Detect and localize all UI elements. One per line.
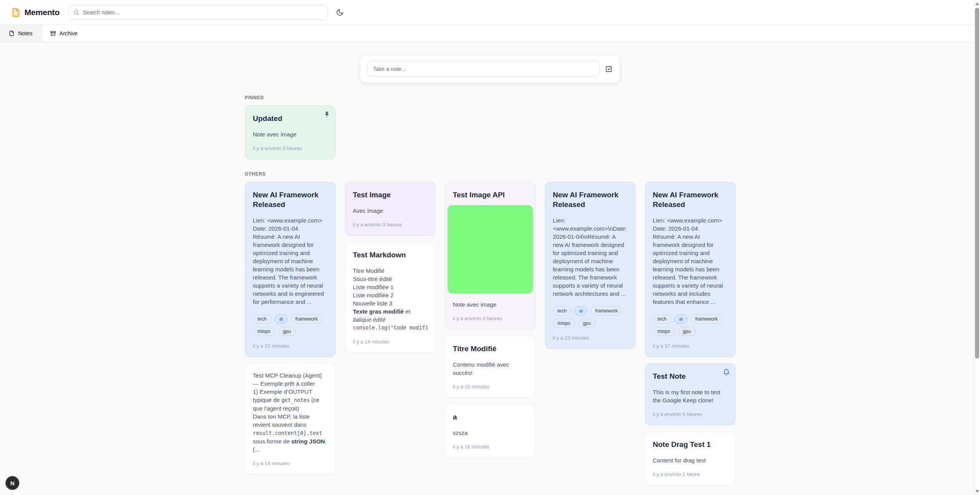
inline-code: result.content[0].text [253, 430, 322, 436]
pin-icon[interactable] [324, 111, 330, 119]
body-text: et [404, 308, 410, 315]
tag-pill[interactable]: framework [291, 314, 322, 324]
scrollbar-thumb[interactable] [975, 8, 979, 359]
theme-toggle-button[interactable] [333, 5, 347, 19]
tag-pill[interactable]: gpu [278, 327, 296, 336]
bell-icon [723, 369, 730, 376]
tag-pill[interactable]: tech [653, 314, 672, 324]
tab-archive-label: Archive [60, 30, 78, 36]
grid-column-2: Test Image Avec image il y a environ 3 h… [345, 182, 436, 353]
grid-column-3: Test Image API Note avec image il y a en… [445, 182, 536, 458]
tag-pill[interactable]: gpu [578, 319, 596, 328]
note-file-icon [9, 30, 15, 36]
inline-code: get_notes [281, 397, 310, 403]
note-body: szsza [453, 429, 527, 437]
scrollbar-up-arrow-icon[interactable] [975, 2, 979, 5]
body-text: sous forme de [253, 438, 291, 445]
italic-text: italique édité [353, 316, 386, 323]
note-timestamp: il y a 14 minutes [253, 461, 327, 466]
checkbox-icon [605, 65, 613, 73]
note-composer[interactable] [360, 55, 620, 83]
note-timestamp: il y a 16 minutes [453, 444, 527, 450]
memento-logo-icon [11, 7, 21, 17]
search-input[interactable] [83, 9, 323, 16]
note-body: Avec image [353, 207, 427, 215]
note-card-a[interactable]: a szsza il y a 16 minutes [445, 404, 536, 458]
note-timestamp: il y a environ 3 heures [253, 145, 327, 151]
note-image-green [448, 205, 533, 293]
note-card-test-note[interactable]: Test Note This is my first note to test … [645, 363, 735, 425]
main-content: PINNED Updated Note avec image il y a en… [245, 55, 735, 485]
note-body: Titre Modifié Sous-titre édité Liste mod… [353, 267, 427, 324]
note-title: New AI Framework Released [553, 190, 627, 209]
note-timestamp: il y a 23 minutes [253, 343, 327, 349]
code-text: console.log("Code modifié a [353, 324, 427, 332]
tag-list: tech ai framework mlops gpu [253, 314, 327, 336]
app-header: Memento [0, 0, 980, 25]
note-card-updated[interactable]: Updated Note avec image il y a environ 3… [245, 105, 336, 159]
vertical-scrollbar[interactable] [974, 0, 980, 495]
new-checklist-button[interactable] [605, 65, 613, 73]
note-card-test-markdown[interactable]: Test Markdown Titre Modifié Sous-titre é… [345, 242, 436, 353]
pinned-section-label: PINNED [245, 95, 735, 100]
note-card-test-image[interactable]: Test Image Avec image il y a environ 3 h… [345, 182, 436, 236]
app-title: Memento [24, 8, 60, 17]
note-card-ai-framework-1[interactable]: New AI Framework Released Lien: <www.exa… [245, 182, 336, 357]
scrollbar-down-arrow-icon[interactable] [975, 490, 979, 493]
tag-pill[interactable]: tech [553, 306, 572, 316]
note-title: Test Image [353, 190, 427, 200]
note-timestamp: il y a 14 minutes [353, 339, 427, 345]
search-box[interactable] [68, 5, 328, 20]
bold-text: Texte gras modifié [353, 308, 404, 315]
note-card-ai-framework-3[interactable]: New AI Framework Released Lien: <www.exa… [645, 182, 735, 357]
dev-overlay-button[interactable]: N [5, 476, 19, 490]
tag-pill[interactable]: gpu [678, 327, 696, 336]
note-card-test-image-api[interactable]: Test Image API Note avec image il y a en… [445, 182, 536, 329]
tag-pill[interactable]: tech [253, 314, 272, 324]
note-card-ai-framework-2[interactable]: New AI Framework Released Lien: <www.exa… [545, 182, 636, 349]
note-card-titre-modifie[interactable]: Titre Modifié Contenu modifié avec succè… [445, 336, 536, 398]
grid-column-5: New AI Framework Released Lien: <www.exa… [645, 182, 735, 485]
note-card-drag-test[interactable]: Note Drag Test 1 Content for drag test i… [645, 431, 735, 485]
app-logo: Memento [11, 7, 60, 17]
note-body: Contenu modifié avec succès! [453, 360, 527, 377]
tag-list: tech ai framework mlops gpu [653, 314, 727, 336]
note-body: Lien: <www.example.com> Date: 2026-01-04… [253, 216, 327, 306]
tag-pill[interactable]: ai [674, 314, 687, 324]
tag-pill[interactable]: framework [591, 306, 622, 316]
tag-pill[interactable]: mlops [553, 319, 575, 328]
note-title: New AI Framework Released [253, 190, 327, 209]
note-timestamp: il y a 23 minutes [553, 335, 627, 341]
tab-bar: Notes Archive [0, 25, 980, 42]
note-body: Lien: <www.example.com>\nDate: 2026-01-0… [553, 216, 627, 298]
tag-pill[interactable]: mlops [653, 327, 675, 336]
tag-list: tech ai framework mlops gpu [553, 306, 627, 328]
tag-pill[interactable]: framework [691, 314, 722, 324]
grid-column-4: New AI Framework Released Lien: <www.exa… [545, 182, 636, 349]
bold-text: string JSON [291, 438, 325, 445]
search-icon [73, 9, 79, 16]
tab-archive[interactable]: Archive [41, 25, 86, 42]
grid-column-1: New AI Framework Released Lien: <www.exa… [245, 182, 336, 474]
tab-notes[interactable]: Notes [0, 25, 41, 42]
note-title: Test Note [653, 371, 727, 381]
note-title: a [453, 412, 527, 422]
note-title: Updated [253, 114, 327, 123]
reminder-indicator[interactable] [723, 369, 730, 378]
note-body: Content for drag test [653, 456, 727, 464]
archive-icon [50, 30, 56, 36]
body-text: Titre Modifié Sous-titre édité Liste mod… [353, 267, 394, 307]
pushpin-icon [324, 111, 330, 117]
note-body: This is my first note to test the Google… [653, 388, 727, 404]
note-card-mcp-cleanup[interactable]: Test MCP Cleanup (Agent) — Exemple prêt … [245, 363, 336, 474]
note-timestamp: il y a environ 5 heures [653, 411, 727, 417]
note-title: Test Image API [453, 190, 527, 200]
tag-pill[interactable]: ai [574, 306, 587, 316]
tag-pill[interactable]: mlops [253, 327, 275, 336]
take-a-note-input[interactable] [367, 61, 599, 77]
note-body: Test MCP Cleanup (Agent) — Exemple prêt … [253, 371, 327, 454]
note-timestamp: il y a environ 3 heures [453, 316, 527, 321]
notes-grid: New AI Framework Released Lien: <www.exa… [245, 182, 735, 485]
note-body: Lien: <www.example.com> Date: 2026-01-04… [653, 216, 727, 306]
tag-pill[interactable]: ai [274, 314, 288, 324]
